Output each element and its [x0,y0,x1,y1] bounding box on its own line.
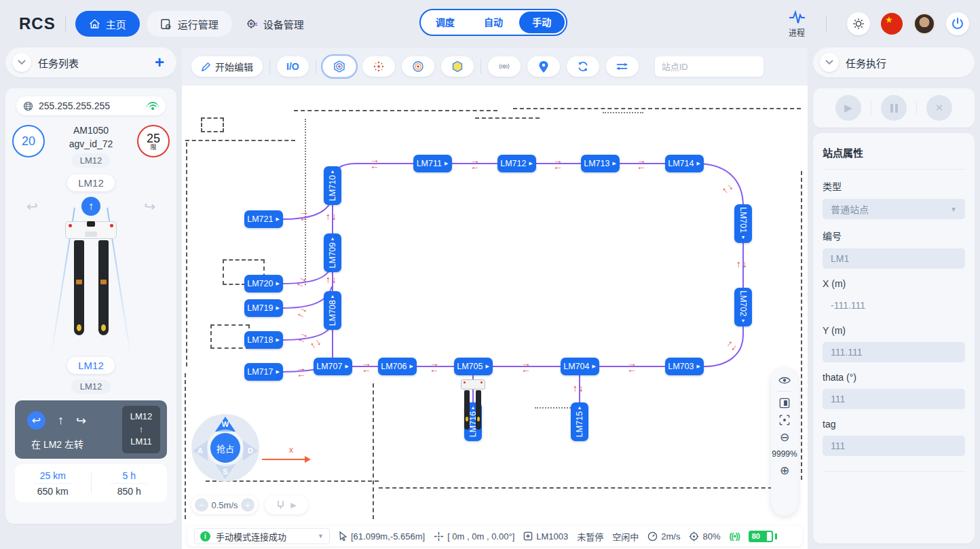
show-areas-toggle[interactable] [441,56,474,77]
map-node-LM704[interactable]: LM704▶ [561,358,599,375]
agv-robot-marker[interactable] [461,379,485,431]
collapse-button[interactable] [12,53,31,72]
show-points-toggle[interactable] [362,56,395,77]
gear-icon [246,18,258,30]
station-pill-top: LM12 [67,174,115,191]
divider [65,16,66,31]
process-button[interactable]: 进程 [788,10,806,38]
path-direction-arrows: →← [362,360,371,373]
joystick-down-button[interactable]: S [215,464,235,479]
map-node-LM701[interactable]: LM701▼ [734,204,752,243]
process-label: 进程 [789,26,805,38]
filter-settings-button[interactable] [606,56,639,77]
map-node-LM713[interactable]: LM713▶ [581,155,620,172]
layers-icon[interactable] [779,398,790,409]
nav-item-device[interactable]: 设备管理 [232,11,318,37]
visibility-icon[interactable] [778,376,791,385]
map-node-LM720[interactable]: LM720▶ [244,275,283,292]
start-edit-button[interactable]: 开始编辑 [191,56,263,77]
collapse-button[interactable] [820,53,839,72]
nav-item-home[interactable]: 主页 [75,11,140,37]
joystick-right-button[interactable]: D [243,440,258,461]
map-node-LM710[interactable]: ▲LM710 [324,166,341,205]
field-value[interactable]: 普通站点▼ [823,199,965,219]
joystick-up-button[interactable]: W [215,417,235,432]
node-direction-icon: ▲ [331,294,335,299]
theme-toggle-button[interactable] [847,12,870,35]
mode-auto[interactable]: 自动 [470,12,516,33]
locate-pin-button[interactable] [527,56,560,77]
map-node-LM717[interactable]: LM717▶ [244,363,283,381]
map-node-LM714[interactable]: LM714▶ [665,155,704,172]
current-speed-badge: 20 [12,125,45,157]
node-direction-icon: ▶ [345,364,348,369]
turn-left-active-icon: ↩ [27,411,45,430]
map-node-LM718[interactable]: LM718▶ [244,331,283,349]
forward-icon[interactable]: ↑ [81,197,100,216]
path-direction-arrows: →← [470,157,480,170]
field-value[interactable]: 111 [823,436,965,456]
zoom-in-button[interactable]: ⊕ [780,465,789,476]
add-station-icon [523,531,533,541]
map-node-LM708[interactable]: ▲LM708 [324,291,341,330]
map-node-LM705[interactable]: LM705▶ [454,358,493,375]
field-value[interactable]: 111.111 [823,342,965,362]
speed-decrease-button[interactable]: − [195,498,208,512]
map-node-LM715[interactable]: ▲LM715 [571,402,588,441]
lidar-toggle[interactable] [488,56,521,77]
node-direction-icon: ▲ [578,405,582,410]
map-node-LM703[interactable]: LM703▶ [665,358,704,375]
manual-speed-control: − 0.5m/s + [191,495,258,514]
route-arrow: ↑ [139,423,144,436]
refresh-button[interactable] [567,56,599,77]
seize-control-button[interactable]: 抢占 [210,433,240,463]
field-value[interactable]: 111 [823,389,965,409]
io-button[interactable]: I/O [277,56,309,77]
field-value[interactable]: LM1 [823,248,965,269]
map-node-LM706[interactable]: LM706▶ [378,358,417,375]
mode-manual[interactable]: 手动 [519,12,565,33]
user-avatar[interactable] [913,13,935,35]
app-logo: RCS [19,14,56,33]
map-node-LM709[interactable]: ▲LM709 [324,233,341,272]
cancel-task-button[interactable]: ✕ [926,95,952,121]
map-node-LM711[interactable]: LM711▶ [413,155,452,172]
add-task-button[interactable]: + [155,53,164,72]
map-node-LM719[interactable]: LM719▶ [244,299,283,317]
connection-status-select[interactable]: i 手动模式连接成功 ▼ [194,528,330,544]
globe-icon [23,101,33,111]
agv-card: 255.255.255.255 20 AM1050 agv_id_72 LM12… [5,88,176,524]
power-button[interactable] [946,12,969,35]
path-direction-arrows: →← [370,157,379,169]
nav-item-operation[interactable]: 运行管理 [147,11,232,37]
locate-icon [689,531,699,542]
station-pill-current: LM12 [67,357,115,374]
center-focus-icon[interactable] [779,415,790,425]
map-node-LM712[interactable]: LM712▶ [497,155,536,172]
language-flag-button[interactable]: ★ [881,13,903,35]
speed-increase-button[interactable]: + [241,498,255,512]
speed-limit-suffix: 限 [150,145,156,151]
agv-ip: 255.255.255.255 [39,100,141,111]
map-canvas[interactable]: →←→←→←→←→←→←→←→←→←→←→←→←→←→←→←→←→←→←→←→←… [182,48,808,549]
play-task-button[interactable]: ▶ [835,95,861,121]
turn-right-icon[interactable]: ↪ [144,198,155,214]
pause-task-button[interactable] [881,95,907,121]
straight-icon: ↑ [58,413,64,428]
zoom-out-button[interactable]: ⊖ [780,432,789,443]
map-node-LM707[interactable]: LM707▶ [314,358,352,375]
map-node-LM702[interactable]: LM702▼ [734,288,752,326]
joystick-left-button[interactable]: A [193,440,208,461]
field-label: 类型 [823,179,965,193]
show-stations-toggle[interactable] [323,56,356,77]
fork-control[interactable]: ▶ [265,495,308,514]
task-exec-title: 任务执行 [846,56,968,70]
show-rings-toggle[interactable] [402,56,434,77]
top-navbar: RCS 主页 运行管理 设备管理 调度 自动 手动 [0,0,980,48]
mode-dispatch[interactable]: 调度 [422,12,468,33]
agv-ip-row[interactable]: 255.255.255.255 [16,96,166,115]
station-search-input[interactable] [662,62,781,72]
sun-icon [852,18,865,30]
map-node-LM721[interactable]: LM721▶ [244,210,283,228]
turn-left-icon[interactable]: ↩ [26,198,38,214]
